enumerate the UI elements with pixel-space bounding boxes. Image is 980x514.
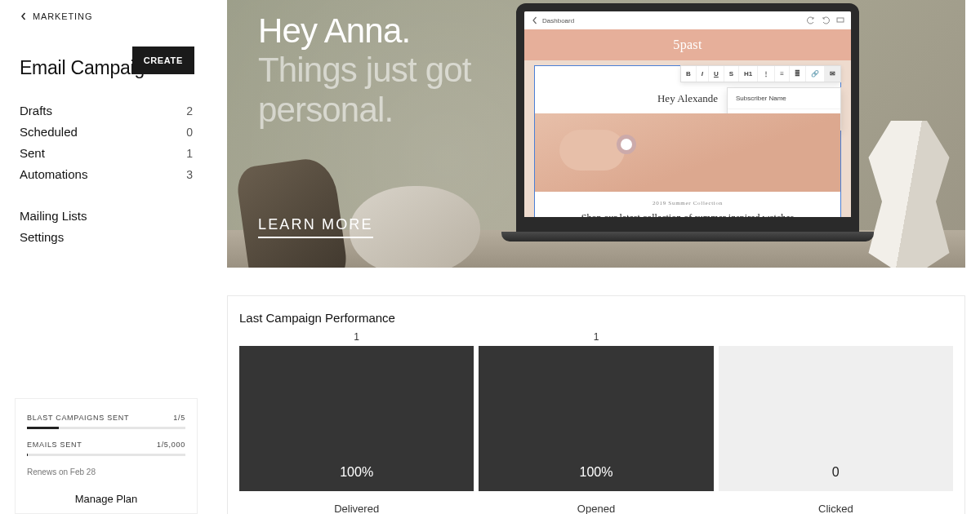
emails-fill [27, 454, 28, 456]
hero-line1: Hey Anna. [258, 11, 410, 50]
nav-count: 2 [186, 104, 193, 117]
perf-delivered: 1 100% Delivered [239, 331, 474, 514]
back-label: MARKETING [33, 11, 92, 21]
perf-count: 1 [594, 331, 599, 346]
undo-icon [807, 16, 815, 24]
align-button[interactable]: ≡ [775, 66, 790, 82]
collection-tag: 2019 Summer Collection [551, 200, 824, 206]
email-hero-image [535, 113, 840, 192]
nav-label: Automations [20, 167, 87, 181]
manage-plan-link[interactable]: Manage Plan [27, 476, 185, 513]
svg-rect-0 [837, 18, 844, 22]
strike-button[interactable]: S [724, 66, 739, 82]
desktop-icon [836, 16, 844, 24]
perf-label: Delivered [334, 503, 379, 514]
list-button[interactable]: ≣ [790, 66, 806, 82]
renew-note: Renews on Feb 28 [27, 467, 185, 476]
primary-nav: Drafts 2 Scheduled 0 Sent 1 Automations … [20, 104, 193, 181]
nav-count: 0 [186, 126, 193, 139]
hero-rock [234, 155, 350, 268]
email-caption: 2019 Summer Collection Shop our latest c… [535, 192, 840, 230]
heading-button[interactable]: H1 [739, 66, 758, 82]
chevron-left-icon [20, 12, 28, 20]
editor-back-label: Dashboard [542, 17, 574, 24]
perf-opened: 1 100% Opened [479, 331, 713, 514]
perf-clicked: 0 Clicked [719, 331, 953, 514]
hero-line2: Things just got [258, 51, 471, 89]
text-toolbar: B I U S H1 ⋮ ≡ ≣ 🔗 ✉ [680, 65, 841, 82]
perf-bar: 0 [719, 346, 953, 491]
perf-pct: 100% [340, 465, 373, 491]
nav-count: 3 [186, 168, 193, 181]
laptop-mockup: Dashboard 5past B I U [516, 3, 859, 248]
blast-meter: BLAST CAMPAIGNS SENT 1/5 [27, 414, 185, 429]
perf-bar: 100% [479, 346, 713, 491]
nav-label: Sent [20, 146, 45, 160]
nav-label: Settings [20, 230, 64, 244]
nav-label: Mailing Lists [20, 209, 87, 223]
create-button[interactable]: CREATE [132, 47, 194, 74]
blast-fill [27, 427, 59, 429]
perf-label: Opened [577, 503, 615, 514]
nav-label: Drafts [20, 104, 52, 117]
email-editor-body: B I U S H1 ⋮ ≡ ≣ 🔗 ✉ Subscriber N [534, 65, 841, 231]
perf-pct: 0 [832, 465, 840, 491]
editor-top-bar: Dashboard [524, 11, 851, 29]
performance-title: Last Campaign Performance [239, 311, 953, 325]
nav-scheduled[interactable]: Scheduled 0 [20, 125, 193, 139]
more-button[interactable]: ⋮ [758, 66, 775, 82]
emails-meter: EMAILS SENT 1/5,000 [27, 441, 185, 456]
blast-value: 1/5 [173, 414, 185, 422]
emails-value: 1/5,000 [157, 441, 185, 449]
perf-pct: 100% [580, 465, 613, 491]
back-to-marketing[interactable]: MARKETING [20, 11, 193, 21]
italic-button[interactable]: I [697, 66, 709, 82]
nav-count: 1 [186, 147, 193, 160]
performance-panel: Last Campaign Performance 1 100% Deliver… [227, 295, 965, 514]
nav-settings[interactable]: Settings [20, 230, 193, 244]
dropdown-option[interactable]: Subscriber Name [728, 88, 840, 109]
hero-headline: Hey Anna. Things just got personal. [258, 11, 471, 130]
bold-button[interactable]: B [681, 66, 697, 82]
collection-copy: Shop our latest collection of summer ins… [581, 212, 794, 224]
blast-label: BLAST CAMPAIGNS SENT [27, 414, 129, 422]
nav-mailing-lists[interactable]: Mailing Lists [20, 209, 193, 223]
hero-vase [864, 121, 954, 268]
perf-label: Clicked [818, 503, 853, 514]
learn-more-link[interactable]: LEARN MORE [258, 216, 373, 238]
emails-label: EMAILS SENT [27, 441, 82, 449]
plan-usage-box: BLAST CAMPAIGNS SENT 1/5 EMAILS SENT 1/5… [15, 398, 198, 514]
link-button[interactable]: 🔗 [806, 66, 825, 82]
personalize-button[interactable]: ✉ [825, 66, 840, 82]
nav-drafts[interactable]: Drafts 2 [20, 104, 193, 117]
perf-bar: 100% [239, 346, 474, 491]
hero-line3: personal. [258, 91, 393, 129]
nav-automations[interactable]: Automations 3 [20, 167, 193, 181]
email-brand: 5past [524, 29, 851, 60]
nav-sent[interactable]: Sent 1 [20, 146, 193, 160]
perf-count: 1 [354, 331, 359, 346]
chevron-left-icon [531, 16, 539, 24]
redo-icon [822, 16, 830, 24]
nav-label: Scheduled [20, 125, 78, 139]
secondary-nav: Mailing Lists Settings [20, 209, 193, 244]
hero-banner: Hey Anna. Things just got personal. LEAR… [227, 0, 965, 268]
underline-button[interactable]: U [709, 66, 724, 82]
